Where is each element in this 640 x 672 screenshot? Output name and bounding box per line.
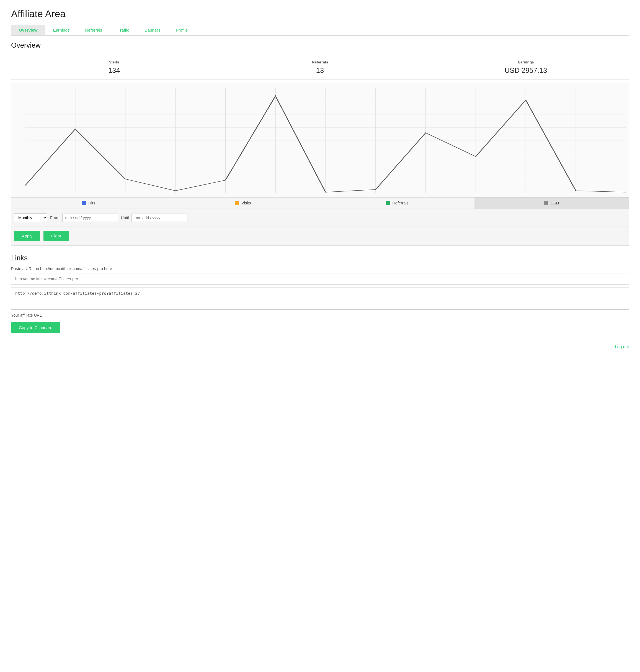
legend-referrals: Referrals: [320, 198, 475, 209]
referrals-label: Referrals: [393, 201, 409, 205]
until-date-input[interactable]: [131, 214, 187, 222]
stat-referrals: Referrals 13: [217, 55, 423, 80]
usd-color-swatch: [544, 201, 548, 205]
usd-label: USD: [551, 201, 559, 205]
button-row: Apply Clear: [11, 227, 629, 246]
tab-traffic[interactable]: Traffic: [110, 25, 137, 35]
affiliate-url-textarea[interactable]: http://demo.itthinx.com/affiliates-pro?a…: [11, 287, 629, 310]
visits-color-swatch: [235, 201, 239, 205]
legend-visits: Visits: [166, 198, 320, 209]
referrals-color-swatch: [386, 201, 390, 205]
earnings-value: USD 2957.13: [428, 67, 623, 74]
section-title: Overview: [11, 41, 629, 49]
tab-earnings[interactable]: Earnings: [45, 25, 77, 35]
affiliate-url-label: Your affiliate URL: [11, 313, 629, 317]
hits-label: Hits: [88, 201, 95, 205]
tab-overview[interactable]: Overview: [11, 25, 45, 35]
referrals-value: 13: [223, 67, 418, 74]
stats-row: Visits 134 Referrals 13 Earnings USD 295…: [11, 55, 629, 80]
tab-profile[interactable]: Profile: [168, 25, 195, 35]
links-title: Links: [11, 254, 629, 262]
earnings-label: Earnings: [428, 60, 623, 64]
chart-svg: 800 700 600 500 400 300 200 100 0 Mar Ap…: [25, 88, 626, 194]
period-select[interactable]: Monthly Daily Weekly Yearly: [14, 213, 47, 222]
from-date-input[interactable]: [62, 214, 118, 222]
until-label: Until: [121, 215, 129, 220]
chart-legend: Hits Visits Referrals USD: [11, 198, 629, 209]
chart-container: 800 700 600 500 400 300 200 100 0 Mar Ap…: [11, 83, 629, 198]
clear-button[interactable]: Clear: [43, 231, 69, 241]
tab-banners[interactable]: Banners: [137, 25, 168, 35]
logout-link[interactable]: Log out: [615, 344, 629, 349]
visits-label: Visits: [242, 201, 251, 205]
links-section: Links Paste a URL on http://demo.itthinx…: [11, 254, 629, 333]
paste-label: Paste a URL on http://demo.itthinx.com/a…: [11, 267, 629, 271]
referrals-label: Referrals: [223, 60, 418, 64]
stat-visits: Visits 134: [11, 55, 217, 80]
apply-button[interactable]: Apply: [14, 231, 40, 241]
stat-earnings: Earnings USD 2957.13: [423, 55, 629, 80]
tab-referrals[interactable]: Referrals: [77, 25, 110, 35]
legend-hits: Hits: [11, 198, 166, 209]
visits-label: Visits: [17, 60, 212, 64]
footer: Log out: [11, 344, 629, 349]
copy-to-clipboard-button[interactable]: Copy to Clipboard: [11, 322, 60, 333]
url-input[interactable]: [11, 273, 629, 285]
visits-value: 134: [17, 67, 212, 74]
page-title: Affiliate Area: [11, 8, 629, 19]
legend-usd: USD: [475, 198, 629, 209]
from-label: From: [50, 215, 59, 220]
nav-tabs: Overview Earnings Referrals Traffic Bann…: [11, 25, 629, 36]
filter-row: Monthly Daily Weekly Yearly From Until: [11, 209, 629, 227]
hits-color-swatch: [82, 201, 86, 205]
